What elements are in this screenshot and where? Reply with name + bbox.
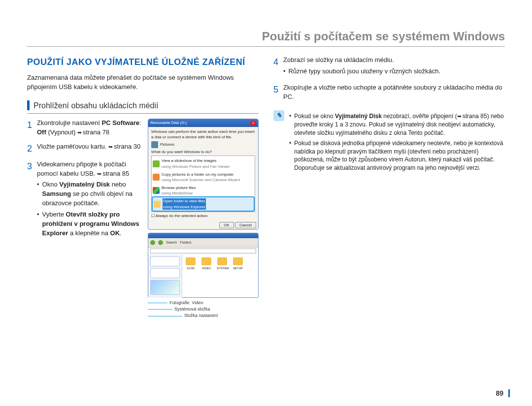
step3-ref: strana 85 [97,170,129,177]
page-title: Použití s počítačem se systémem Windows [27,30,505,47]
dialog-title: Removable Disk (G:) [150,120,187,126]
s3b1d: Samsung [42,190,71,197]
n1ref: strana 85 [457,113,487,120]
n1c: nezobrazí, ověřte připojení ( [382,113,457,120]
opt4b: using Windows Explorer [163,205,205,209]
explorer-sidebar [148,254,182,298]
opt1b: using Windows Picture and Fax Viewer [162,164,230,169]
step-2: 2 Vložte paměťovou kartu. strana 30 [27,142,143,155]
side-preview [150,280,180,295]
back-icon[interactable] [150,240,155,245]
n1b: Vyjímatelný Disk [335,113,382,120]
step1-bold-b: PC Software [102,119,140,126]
callout-setup: Složka nastavení [184,313,218,318]
side-tasks[interactable] [150,256,180,266]
removable-disk-dialog: Removable Disk (G:) × Windows can perfor… [148,119,259,230]
folder-system-label: SYSTEM [217,266,228,271]
explorer-window: Search Folders DCIM VIDEO SYS [148,233,259,298]
pictures-icon [151,141,158,148]
s3b1c: nebo [110,181,126,188]
browse-icon [153,187,160,194]
folder-dcim-label: DCIM [185,266,196,271]
n1a: Pokud se okno [294,113,335,120]
copy-icon [153,174,160,181]
step1-text-e: (Vypnout) [46,128,77,136]
note-2: Pokud se disková jednotka připojené vide… [289,139,505,172]
folder-dcim[interactable]: DCIM [185,257,196,271]
step3-bullet-1: Okno Vyjímatelný Disk nebo Samsung se po… [37,180,143,208]
step4-bullet: Různé typy souborů jsou uloženy v různýc… [283,67,505,76]
s3b2a: Vyberte [42,211,66,218]
callouts: Fotografie Video Systémová složka Složka… [148,300,259,319]
intro-text: Zaznamenaná data můžete přenášet do počí… [27,73,259,92]
s3b1b: Vyjímatelný Disk [59,181,110,188]
note-icon: ✎ [273,110,284,121]
cancel-button[interactable]: Cancel [235,222,256,229]
slideshow-icon [153,160,160,167]
folder-setup[interactable]: SETUP [233,257,243,271]
folder-video[interactable]: VIDEO [201,257,212,271]
step3-bullet-2: Vyberte Otevřít složky pro prohlížení v … [37,210,143,238]
s3b2e: . [120,229,122,237]
opt1a: View a slideshow of the images [162,158,216,163]
opt2b: using Microsoft Scanner and Camera Wizar… [162,178,240,182]
step1-ref: strana 78 [77,128,109,136]
note-box: ✎ Pokud se okno Vyjímatelný Disk nezobra… [273,110,505,174]
left-column: POUŽITÍ JAKO VYJÍMATELNÉ ÚLOŽNÉ ZAŘÍZENÍ… [27,56,259,319]
opt3b: using MediaShow [162,191,193,195]
close-icon[interactable]: × [250,121,256,125]
step2-ref: strana 30 [108,143,140,150]
callout-system: Systémová složka [174,307,210,312]
step4-text: Zobrazí se složky na ukládacím médiu. [283,56,394,63]
step1-text-a: Zkontrolujte nastavení [37,119,102,126]
note-1: Pokud se okno Vyjímatelný Disk nezobrazí… [289,112,505,137]
s3b1a: Okno [42,181,60,188]
ok-button[interactable]: OK [219,222,234,229]
folder-icon [154,201,161,208]
toolbar-search[interactable]: Search [166,240,177,245]
forward-icon[interactable] [158,240,163,245]
n2: Pokud se disková jednotka připojené vide… [294,139,505,172]
side-other[interactable] [150,268,180,278]
step5-text: Zkopírujte a vložte nebo uchopte a potáh… [283,83,505,102]
s3b2c: a klepněte na [68,229,110,237]
always-checkbox[interactable]: ☐ Always do the selected action. [151,213,255,219]
folder-setup-label: SETUP [233,266,243,271]
pictures-label: Pictures [160,142,174,148]
page-number: 89 [496,389,510,397]
opt2a: Copy pictures to a folder on my computer [162,172,233,177]
callout-video: Video [192,300,203,305]
option-open-folder[interactable]: Open folder to view filesusing Windows E… [153,197,254,211]
step-5: 5 Zkopírujte a vložte nebo uchopte a pot… [273,83,505,102]
always-label: Always do the selected action. [156,214,209,218]
step-1: 1 Zkontrolujte nastavení PC Software: Of… [27,119,143,137]
heading-bar [27,100,30,110]
explorer-content: DCIM VIDEO SYSTEM SETUP [182,254,258,298]
toolbar-folders[interactable]: Folders [180,240,191,245]
sub-heading-text: Prohlížení obsahu ukládacích médií [33,100,158,111]
dialog-info: Windows can perform the same action each… [151,129,255,140]
option-copy[interactable]: Copy pictures to a folder on my computer… [153,171,254,184]
s3b2d: OK [110,229,120,237]
dialog-prompt: What do you want Windows to do? [151,149,255,155]
step4-bullet-text: Různé typy souborů jsou uloženy v různýc… [289,67,441,76]
step-3: 3 Videokameru připojte k počítači pomocí… [27,160,143,240]
callout-photo: Fotografie [169,300,190,305]
option-slideshow[interactable]: View a slideshow of the imagesusing Wind… [153,157,254,170]
option-browse[interactable]: Browse picture filesusing MediaShow [153,184,254,197]
opt3a: Browse picture files [162,186,196,190]
opt4a: Open folder to view files [163,199,205,203]
folder-video-label: VIDEO [201,266,212,271]
right-column: 4 Zobrazí se složky na ukládacím médiu. … [273,56,505,319]
step2-text: Vložte paměťovou kartu. [37,143,108,150]
step1-text-c: : [139,119,141,126]
step-4: 4 Zobrazí se složky na ukládacím médiu. … [273,56,505,78]
section-heading: POUŽITÍ JAKO VYJÍMATELNÉ ÚLOŽNÉ ZAŘÍZENÍ [27,56,259,68]
step1-bold-d: Off [37,128,46,136]
sub-heading: Prohlížení obsahu ukládacích médií [27,100,259,114]
address-bar[interactable] [150,249,256,253]
folder-system[interactable]: SYSTEM [217,257,228,271]
